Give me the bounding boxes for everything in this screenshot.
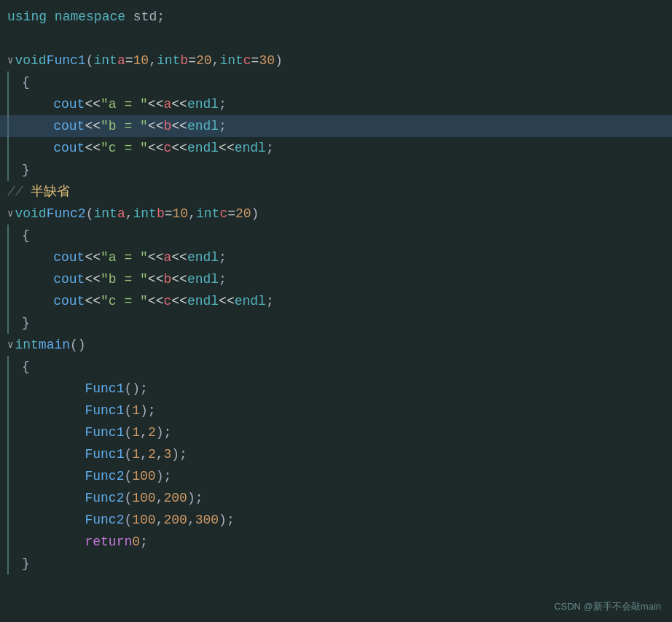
code-line-func2-decl: ∨void Func2(int a, int b = 10, int c = 2… — [0, 203, 672, 225]
indent-bar — [7, 312, 9, 334]
indent-bar — [7, 290, 9, 312]
code-line-comment: // 半缺省 — [0, 181, 672, 203]
indent-bar — [7, 487, 9, 509]
indent-bar — [7, 531, 9, 553]
code-line-func1-close: } — [0, 159, 672, 181]
indent-bar — [7, 115, 9, 137]
fold-arrow-main[interactable]: ∨ — [7, 337, 13, 353]
indent-bar — [7, 93, 9, 115]
code-line-func1-decl: ∨void Func1(int a = 10, int b = 20, int … — [0, 50, 672, 71]
code-line-main-close: } — [0, 553, 672, 575]
indent-bar — [7, 268, 9, 290]
code-line-main-open: { — [0, 356, 672, 378]
fold-arrow-func1[interactable]: ∨ — [7, 53, 13, 69]
indent-bar — [7, 421, 9, 443]
code-line-return: return 0; — [0, 531, 672, 553]
code-line-main-decl: ∨int main() — [0, 334, 672, 356]
code-line-func1-open: { — [0, 71, 672, 93]
code-line-func2-close: } — [0, 312, 672, 334]
indent-bar — [7, 159, 9, 181]
code-text: using namespace std; — [7, 7, 165, 28]
code-line-call-func2-1: Func2(100, 200); — [0, 487, 672, 509]
fold-arrow-func2[interactable]: ∨ — [7, 206, 13, 222]
code-line-call-func1-3: Func1(1, 2, 3); — [0, 443, 672, 465]
code-line-cout-b: cout << "b = " << b << endl; — [0, 115, 672, 137]
code-line-f2-cout-a: cout << "a = " << a << endl; — [0, 246, 672, 268]
code-line-f2-cout-b: cout << "b = " << b << endl; — [0, 268, 672, 290]
code-line-call-func2-0: Func2(100); — [0, 465, 672, 487]
code-line-call-func2-2: Func2(100, 200, 300); — [0, 509, 672, 531]
code-line-func2-open: { — [0, 225, 672, 246]
code-line-call-func1-0: Func1(); — [0, 378, 672, 400]
code-editor: using namespace std; ∨void Func1(int a =… — [0, 0, 672, 580]
indent-bar — [7, 246, 9, 268]
indent-bar — [7, 553, 9, 575]
code-line-cout-c1: cout << "c = " << c << endl << endl; — [0, 137, 672, 159]
indent-bar — [7, 137, 9, 159]
indent-bar — [7, 400, 9, 421]
code-line-call-func1-2: Func1(1, 2); — [0, 421, 672, 443]
indent-bar — [7, 225, 9, 246]
indent-bar — [7, 509, 9, 531]
code-line-cout-a: cout << "a = " << a << endl; — [0, 93, 672, 115]
indent-bar — [7, 71, 9, 93]
code-line-1: using namespace std; — [0, 6, 672, 28]
indent-bar — [7, 465, 9, 487]
code-line-call-func1-1: Func1(1); — [0, 400, 672, 421]
watermark: CSDN @新手不会敲main — [554, 599, 661, 615]
indent-bar — [7, 378, 9, 400]
code-line-f2-cout-c: cout << "c = " << c << endl << endl; — [0, 290, 672, 312]
indent-bar — [7, 356, 9, 378]
indent-bar — [7, 443, 9, 465]
code-line-blank — [0, 28, 672, 50]
